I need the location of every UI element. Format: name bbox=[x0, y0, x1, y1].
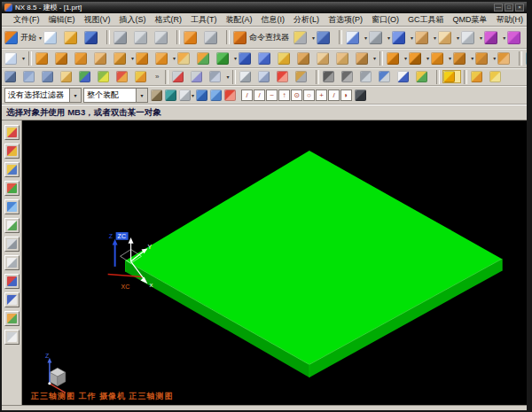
wave-pmi-icon[interactable] bbox=[97, 70, 115, 83]
list-rows-icon[interactable] bbox=[340, 70, 359, 83]
emboss-icon[interactable]: ▾ bbox=[452, 51, 474, 66]
refresh-icon[interactable] bbox=[415, 70, 434, 83]
shell-icon[interactable] bbox=[497, 51, 516, 66]
pan-rotate-icon[interactable] bbox=[506, 30, 527, 45]
intersect-icon[interactable]: ▾ bbox=[430, 51, 452, 66]
menu-format[interactable]: 格式(R) bbox=[151, 14, 187, 26]
datum-display-icon[interactable] bbox=[322, 70, 340, 83]
selection-scope-dropdown-arrow[interactable]: ▾ bbox=[136, 89, 147, 102]
datum-plane-icon[interactable] bbox=[35, 51, 54, 66]
plate-top-face[interactable] bbox=[126, 151, 503, 364]
interpart-icon[interactable] bbox=[115, 70, 134, 83]
pattern-feature-icon[interactable]: ▾ bbox=[154, 51, 176, 66]
select-previous-icon[interactable] bbox=[164, 89, 178, 102]
deselect-all-icon[interactable] bbox=[223, 89, 238, 102]
thicken-icon[interactable]: ▾ bbox=[355, 51, 377, 66]
menu-window[interactable]: 窗口(O) bbox=[367, 14, 403, 26]
toolbar-separator[interactable] bbox=[379, 51, 383, 66]
toolbar-separator[interactable] bbox=[176, 30, 180, 44]
snap-options-icon[interactable] bbox=[354, 89, 367, 102]
window-layout-icon[interactable]: ▾ bbox=[345, 30, 368, 45]
new-icon[interactable] bbox=[43, 30, 63, 45]
menu-edit[interactable]: 编辑(E) bbox=[44, 14, 80, 26]
toolbar-separator[interactable] bbox=[519, 51, 522, 66]
unite-icon[interactable]: ▾ bbox=[386, 51, 408, 66]
constraint-navigator-icon[interactable] bbox=[4, 144, 20, 159]
roles-palette-icon[interactable] bbox=[4, 274, 20, 289]
snap-midpoint-toggle[interactable]: / bbox=[254, 89, 265, 101]
toolbar-overflow[interactable]: » bbox=[153, 72, 162, 82]
snap-mid-icon[interactable] bbox=[22, 70, 41, 83]
selection-filter-dropdown[interactable]: 没有选择过滤器 ▾ bbox=[4, 88, 82, 103]
snap-vertex-icon[interactable] bbox=[4, 70, 22, 83]
part-navigator-icon[interactable] bbox=[4, 162, 20, 177]
folder-icon[interactable] bbox=[59, 70, 78, 83]
orient-view-icon[interactable]: ▾ bbox=[414, 30, 437, 45]
internet-explorer-icon[interactable] bbox=[4, 199, 20, 214]
edge-blend-icon[interactable] bbox=[525, 51, 532, 66]
menu-tools[interactable]: 工具(T) bbox=[186, 14, 222, 26]
close-button[interactable]: × bbox=[515, 4, 524, 12]
user-groups-icon[interactable] bbox=[4, 311, 20, 326]
open-icon[interactable] bbox=[63, 30, 83, 45]
boss-icon[interactable]: ▾ bbox=[113, 51, 135, 66]
snap-end-icon[interactable] bbox=[41, 70, 59, 83]
menu-help[interactable]: 帮助(H) bbox=[492, 14, 528, 26]
offset-face-icon[interactable]: ▾ bbox=[474, 51, 497, 66]
selection-filter-dropdown-arrow[interactable]: ▾ bbox=[69, 89, 81, 102]
menu-information[interactable]: 信息(I) bbox=[257, 14, 290, 26]
highlight-icon[interactable] bbox=[209, 89, 223, 102]
snap-endpoint-toggle[interactable]: / bbox=[241, 89, 253, 101]
history-icon[interactable] bbox=[4, 218, 20, 233]
menu-preferences[interactable]: 首选项(P) bbox=[324, 14, 367, 26]
cut-icon[interactable] bbox=[113, 30, 133, 45]
gear-icon[interactable] bbox=[294, 70, 313, 83]
snap-arc-center-toggle[interactable]: ⊙ bbox=[291, 89, 302, 101]
minimize-button[interactable]: — bbox=[494, 4, 503, 12]
ink-drop-icon[interactable] bbox=[378, 70, 396, 83]
snap-point-on-curve-toggle[interactable]: / bbox=[328, 89, 340, 101]
menu-gc-toolbox[interactable]: GC工具箱 bbox=[403, 14, 449, 26]
toolbar-separator[interactable] bbox=[232, 70, 236, 84]
undo-icon[interactable] bbox=[183, 30, 203, 45]
pocket-icon[interactable] bbox=[135, 51, 154, 66]
draft-icon[interactable] bbox=[176, 51, 196, 66]
toolbar-separator[interactable] bbox=[226, 30, 230, 44]
extrude-icon[interactable] bbox=[54, 51, 74, 66]
chain-link-icon[interactable] bbox=[196, 51, 215, 66]
menu-view[interactable]: 视图(V) bbox=[80, 14, 115, 26]
split-body-icon[interactable] bbox=[316, 51, 335, 66]
toolbar-separator[interactable] bbox=[106, 30, 110, 44]
module-icon[interactable] bbox=[134, 70, 153, 83]
toolbar-separator[interactable] bbox=[339, 30, 342, 44]
display-mode-icon[interactable]: ▾ bbox=[460, 30, 483, 45]
process-studio-icon[interactable] bbox=[4, 237, 20, 252]
maximize-button[interactable]: □ bbox=[505, 4, 513, 12]
block-icon[interactable] bbox=[238, 51, 257, 66]
snap-intersection-toggle[interactable]: ↑ bbox=[278, 89, 290, 101]
window-icon[interactable] bbox=[316, 30, 336, 45]
reuse-library-icon[interactable] bbox=[4, 181, 20, 196]
role-user-icon[interactable] bbox=[470, 70, 489, 83]
menu-insert[interactable]: 插入(S) bbox=[115, 14, 151, 26]
manufacturing-wizard-icon[interactable] bbox=[4, 255, 20, 270]
snapshot-icon[interactable] bbox=[150, 89, 164, 102]
subtract-icon[interactable]: ▾ bbox=[408, 51, 430, 66]
grid-icon[interactable] bbox=[257, 70, 276, 83]
sketch-icon[interactable]: ▾ bbox=[4, 51, 26, 66]
patch-icon[interactable]: ▾ bbox=[215, 51, 238, 66]
solid-plate-body[interactable] bbox=[126, 151, 503, 377]
snap-view-icon[interactable]: ▾ bbox=[437, 30, 460, 45]
redline-icon[interactable] bbox=[190, 70, 208, 83]
toolbar-separator[interactable] bbox=[436, 70, 440, 84]
graphics-viewport[interactable]: Z ZC Y X XC bbox=[22, 120, 527, 405]
toolbar-separator[interactable] bbox=[28, 51, 32, 66]
assembly-navigator-icon[interactable] bbox=[4, 125, 20, 140]
menu-assemblies[interactable]: 装配(A) bbox=[222, 14, 257, 26]
snap-control-point-toggle[interactable]: ~ bbox=[266, 89, 278, 101]
menu-qmd[interactable]: QMD菜单 bbox=[449, 14, 492, 26]
redo-icon[interactable] bbox=[203, 30, 223, 45]
trim-body-icon[interactable] bbox=[296, 51, 316, 66]
system-scenes-icon[interactable] bbox=[4, 292, 20, 307]
selection-scope-dropdown[interactable]: 整个装配 ▾ bbox=[83, 88, 148, 103]
